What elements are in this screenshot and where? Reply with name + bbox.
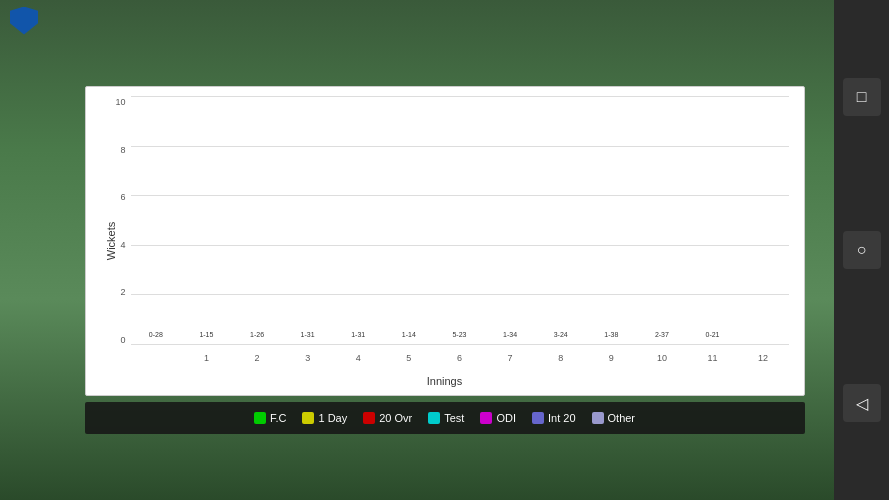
- back-button[interactable]: ◁: [843, 384, 881, 422]
- legend-int20-dot: [532, 412, 544, 424]
- bars-container: 0-28 1-15 1-26: [131, 97, 789, 345]
- x-axis-label: Innings: [427, 375, 462, 387]
- legend-odi: ODI: [480, 412, 516, 424]
- legend-odi-dot: [480, 412, 492, 424]
- right-sidebar: □ ○ ◁: [834, 0, 889, 500]
- legend-test: Test: [428, 412, 464, 424]
- bowling-form-chart: Wickets Innings 10 8 6 4 2 0: [85, 86, 805, 396]
- legend-1day: 1 Day: [302, 412, 347, 424]
- legend-fc-dot: [254, 412, 266, 424]
- circle-button[interactable]: ○: [843, 231, 881, 269]
- legend-int20: Int 20: [532, 412, 576, 424]
- chart-legend: F.C 1 Day 20 Ovr Test ODI Int 20: [85, 402, 805, 434]
- square-button[interactable]: □: [843, 78, 881, 116]
- content-area: Wickets Innings 10 8 6 4 2 0: [0, 78, 889, 450]
- legend-test-dot: [428, 412, 440, 424]
- legend-fc: F.C: [254, 412, 287, 424]
- legend-other-dot: [592, 412, 604, 424]
- x-axis-ticks: 1 2 3 4 5 6 7 8 9 10 11 12: [131, 353, 789, 363]
- y-axis-ticks: 10 8 6 4 2 0: [96, 97, 126, 345]
- legend-20ovr-dot: [363, 412, 375, 424]
- chart-plot-area: 10 8 6 4 2 0 0-28: [131, 97, 789, 345]
- legend-1day-dot: [302, 412, 314, 424]
- legend-20ovr: 20 Ovr: [363, 412, 412, 424]
- legend-other: Other: [592, 412, 636, 424]
